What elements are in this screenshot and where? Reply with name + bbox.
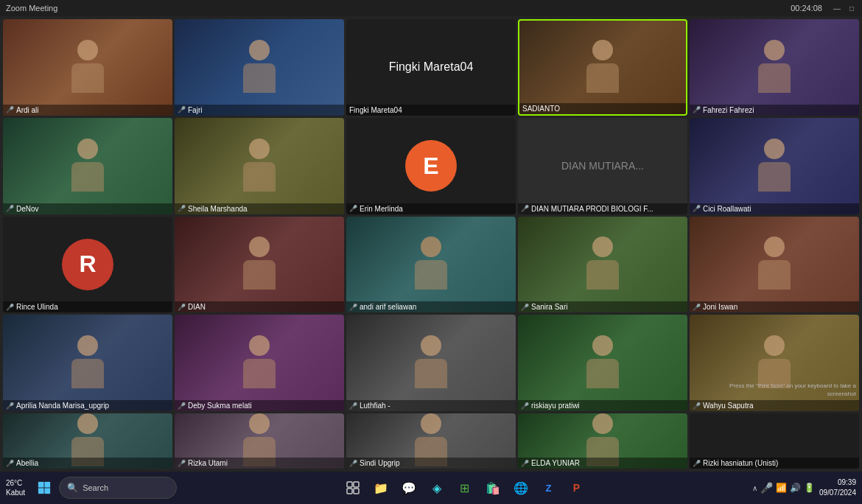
- svg-rect-5: [354, 482, 359, 487]
- participant-tile[interactable]: DIAN MUTIARA... 🎤 DIAN MUTIARA PRODI BIO…: [518, 118, 687, 214]
- window-controls[interactable]: — □: [833, 4, 856, 13]
- participant-tile[interactable]: 🎤 Sanira Sari: [518, 217, 687, 313]
- mic-icon: 🎤: [178, 205, 186, 212]
- chevron-up-icon[interactable]: ∧: [752, 484, 757, 492]
- mic-icon: 🎤: [178, 304, 186, 311]
- search-bar[interactable]: 🔍 Search: [59, 477, 177, 499]
- mic-icon: 🎤: [349, 460, 357, 467]
- participant-name-bar: 🎤 riskiayu pratiwi: [518, 400, 687, 411]
- mic-icon: 🎤: [6, 304, 14, 311]
- store-button[interactable]: 🛍️: [480, 475, 506, 501]
- volume-icon[interactable]: 🔊: [790, 483, 801, 493]
- participant-name: DIAN: [188, 303, 206, 311]
- taskview-icon: [346, 481, 360, 494]
- participant-tile[interactable]: 🎤 DIAN: [175, 217, 344, 313]
- taskview-button[interactable]: [340, 475, 366, 501]
- mic-icon: 🎤: [693, 205, 701, 212]
- mic-icon: 🎤: [521, 460, 529, 467]
- participant-tile[interactable]: 🎤 Fajri: [175, 19, 344, 116]
- participant-name-bar: 🎤 andi arif seliawan: [346, 301, 516, 312]
- maximize-button[interactable]: □: [847, 4, 856, 13]
- titlebar-right: 00:24:08 — □: [791, 4, 856, 13]
- participant-name-bar: 🎤 Fajri: [175, 105, 344, 116]
- search-text: Search: [83, 483, 108, 492]
- participant-tile[interactable]: 🎤 Joni Iswan: [690, 217, 859, 313]
- participant-tile[interactable]: 🎤 Sheila Marshanda: [175, 118, 344, 214]
- participant-tile[interactable]: E 🎤 Erin Merlinda: [346, 118, 516, 214]
- teams-button[interactable]: 💬: [396, 475, 422, 501]
- mic-icon: 🎤: [349, 304, 357, 311]
- titlebar: Zoom Meeting 00:24:08 — □: [0, 0, 862, 16]
- mic-icon: 🎤: [693, 106, 701, 113]
- participant-name-bar: SADIANTO: [519, 103, 686, 114]
- powerpoint-button[interactable]: P: [564, 475, 590, 501]
- clock-date: 09/07/2024: [819, 488, 856, 498]
- participant-tile[interactable]: 🎤 Cici Roallawati: [690, 118, 859, 214]
- weather-temp: 26°C: [6, 478, 25, 488]
- participant-tile[interactable]: 🎤 Aprilia Nanda Marisa_upgrip: [3, 315, 172, 411]
- edge-button[interactable]: ◈: [424, 475, 450, 501]
- participant-tile[interactable]: 🎤 Fahrezi Fahrezi: [690, 19, 859, 116]
- chrome-button[interactable]: 🌐: [508, 475, 534, 501]
- participant-tile[interactable]: 🎤 Ardi ali: [3, 19, 172, 116]
- participant-name: Ardi ali: [16, 106, 39, 114]
- minimize-button[interactable]: —: [833, 4, 841, 13]
- participant-name: Sheila Marshanda: [188, 205, 248, 213]
- tray-icons[interactable]: ∧ 🎤 📶 🔊 🔋: [752, 482, 815, 494]
- participant-tile-active[interactable]: SADIANTO: [518, 19, 687, 116]
- mic-icon: 🎤: [6, 106, 14, 113]
- zoom-button[interactable]: Z: [536, 475, 562, 501]
- wifi-icon[interactable]: 📶: [776, 483, 787, 493]
- participant-name-bar: 🎤 Wahyu Saputra: [690, 400, 859, 411]
- participant-tile[interactable]: 🎤 ELDA YUNIAR: [518, 413, 687, 469]
- participant-name-bar: 🎤 Rizka Utami: [175, 458, 344, 469]
- participant-tile[interactable]: 🎤 Deby Sukma melati: [175, 315, 344, 411]
- participant-tile[interactable]: 🎤 andi arif seliawan: [346, 217, 516, 313]
- participant-name-bar: 🎤 Deby Sukma melati: [175, 400, 344, 411]
- participant-tile[interactable]: 🎤 Wahyu Saputra Press the "Prnt Scrn" on…: [690, 315, 859, 411]
- participant-tile[interactable]: 🎤 DeNov: [3, 118, 172, 214]
- mic-icon: 🎤: [178, 460, 186, 467]
- system-clock[interactable]: 09:39 09/07/2024: [819, 477, 856, 498]
- participant-name: andi arif seliawan: [360, 303, 416, 311]
- battery-icon[interactable]: 🔋: [804, 483, 815, 493]
- system-tray: ∧ 🎤 📶 🔊 🔋 09:39 09/07/2024: [752, 477, 856, 498]
- xbox-button[interactable]: ⊞: [452, 475, 478, 501]
- participant-name-bar: 🎤 Luthfiah -: [346, 400, 516, 411]
- participant-tile[interactable]: R 🎤 Rince Ulinda: [3, 217, 172, 313]
- participant-tile[interactable]: Fingki Mareta04 Fingki Mareta04: [346, 19, 516, 116]
- start-button[interactable]: [32, 476, 56, 500]
- mic-icon: 🎤: [178, 106, 186, 113]
- file-explorer-button[interactable]: 📁: [368, 475, 394, 501]
- mic-icon: 🎤: [521, 205, 529, 212]
- participant-tile[interactable]: 🎤 Sindi Upgrip: [346, 413, 516, 469]
- participant-name: Cici Roallawati: [703, 205, 751, 213]
- participant-name-bar: 🎤 ELDA YUNIAR: [518, 458, 687, 469]
- participant-name: Fahrezi Fahrezi: [703, 106, 754, 114]
- svg-rect-6: [347, 489, 352, 494]
- participant-name-bar: 🎤 Sindi Upgrip: [346, 458, 516, 469]
- participant-tile[interactable]: 🎤 Rizka Utami: [175, 413, 344, 469]
- participant-tile[interactable]: 🎤 Rizki hasniatun (Unisti): [690, 413, 859, 469]
- participant-name-bar: 🎤 Erin Merlinda: [346, 203, 516, 214]
- participant-name-bar: 🎤 Joni Iswan: [690, 301, 859, 312]
- mic-icon: 🎤: [521, 402, 529, 410]
- participant-tile[interactable]: 🎤 Luthfiah -: [346, 315, 516, 411]
- windows-logo-icon: [38, 481, 51, 494]
- svg-rect-0: [38, 482, 44, 488]
- participant-name-bar: 🎤 Ardi ali: [3, 105, 172, 116]
- app-title: Zoom Meeting: [6, 4, 57, 13]
- participant-avatar: E: [405, 140, 457, 192]
- weather-condition: Kabut: [6, 488, 25, 497]
- participant-name: Rizki hasniatun (Unisti): [703, 459, 778, 467]
- participant-name: Wahyu Saputra: [703, 402, 754, 410]
- mic-icon: 🎤: [693, 304, 701, 311]
- participant-name: Abellia: [16, 459, 38, 467]
- mic-tray-icon[interactable]: 🎤: [760, 482, 773, 494]
- participant-name-bar: 🎤 Aprilia Nanda Marisa_upgrip: [3, 400, 172, 411]
- mic-icon: 🎤: [693, 460, 701, 467]
- participant-tile[interactable]: 🎤 riskiayu pratiwi: [518, 315, 687, 411]
- participant-tile[interactable]: 🎤 Abellia: [3, 413, 172, 469]
- timer: 00:24:08: [791, 4, 822, 13]
- participant-name-bar: 🎤 DeNov: [3, 203, 172, 214]
